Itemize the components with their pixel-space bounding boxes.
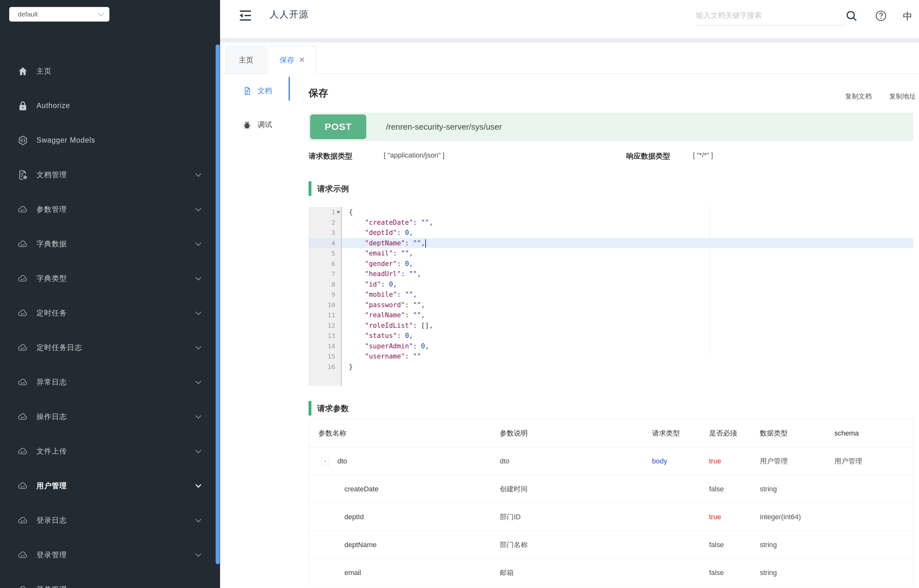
tab-strip: 主页保存✕ [220,42,919,74]
svg-text:API: API [20,312,25,315]
line-number: 14 [309,341,342,352]
chevron-down-icon [195,378,201,384]
param-request-type[interactable]: body [652,457,709,465]
help-icon[interactable] [875,10,887,22]
sidebar-item-label: 操作日志 [36,412,67,422]
gutter [309,372,342,386]
sidebar-item-label: 定时任务 [36,308,67,318]
code-text: "username": "" [342,351,913,362]
param-name: deptId [345,513,364,521]
chevron-down-icon [195,413,201,418]
chevron-down-icon [195,585,201,588]
cloud-api-icon: API [18,273,28,284]
param-required: false [709,485,760,493]
sidebar-item-login-log[interactable]: API登录日志 [0,503,220,538]
group-selector[interactable]: default [9,7,109,21]
sidebar-item-menu-manage[interactable]: API菜单管理 [0,572,220,588]
editor-line: 4 "deptName": "", [309,238,913,249]
cloud-api-icon: API [18,550,28,561]
svg-text:API: API [20,243,25,246]
cloud-api-icon: API [18,515,28,526]
doc-search [696,6,846,25]
sidebar-item-param-manage[interactable]: API参数管理 [0,192,220,227]
sidebar-item-home[interactable]: 主页 [0,54,220,89]
editor-line: 2 "createDate": "", [309,218,913,228]
sidebar-item-label: 文件上传 [36,446,67,456]
param-name-cell: deptName [309,541,500,549]
sidebar-item-dict-data[interactable]: API字典数据 [0,227,220,261]
document-icon [242,86,252,96]
doc-nav-label: 文档 [257,86,272,96]
sidebar-scrollbar[interactable] [216,44,220,564]
chevron-down-icon [195,551,201,557]
sidebar-item-user-manage[interactable]: API用户管理 [0,468,220,503]
search-input[interactable] [696,6,846,25]
param-name: createDate [345,485,379,493]
tab-home[interactable]: 主页 [226,46,266,74]
copy-links: 复制文档 复制地址 [845,92,916,101]
column-header: 数据类型 [760,428,834,438]
param-schema: 用户管理 [834,456,913,466]
sidebar-item-login-manage[interactable]: API登录管理 [0,538,220,572]
editor-line: 14 "superAdmin": 0, [309,341,913,352]
code-text: { [342,207,913,218]
sidebar-item-operation-log[interactable]: API操作日志 [0,399,220,434]
search-icon[interactable] [845,10,858,22]
lock-icon [18,100,28,111]
cloud-api-icon: API [18,239,28,249]
table-row: deptId部门IDtrueinteger(int64) [309,503,913,531]
json-code-editor[interactable]: 1{2 "createDate": "",3 "deptId": 0,4 "de… [309,204,913,386]
sidebar-item-authorize[interactable]: Authorize [0,89,220,123]
param-required: false [709,569,760,577]
editor-filler [309,372,913,386]
menu-fold-icon[interactable] [238,10,252,22]
table-row: deptName部门名称falsestring [309,531,913,559]
sidebar-item-schedule[interactable]: API定时任务 [0,296,220,330]
doc-nav-debug[interactable]: 调试 [220,108,290,142]
editor-ruler-line [710,204,710,355]
chevron-down-icon [98,10,104,16]
param-name-cell: createDate [309,485,500,493]
response-type-label: 响应数据类型 [626,151,670,161]
svg-text:API: API [20,485,25,488]
sidebar-item-schedule-log[interactable]: API定时任务日志 [0,330,220,365]
sidebar-item-dict-type[interactable]: API字典类型 [0,261,220,296]
editor-line: 11 "realName": "", [309,310,913,320]
doc-nav-document[interactable]: 文档 [220,74,290,108]
collapse-toggle[interactable]: - [321,457,330,465]
tab-save[interactable]: 保存✕ [269,46,316,74]
request-type-label: 请求数据类型 [309,151,352,161]
header-divider [220,38,919,42]
language-toggle[interactable]: 中 [901,10,914,23]
bug-icon [242,120,252,130]
fold-arrow-icon[interactable] [337,211,340,214]
copy-address-button[interactable]: 复制地址 [889,92,916,101]
sidebar-item-doc-manage[interactable]: 文档管理 [0,158,220,192]
sidebar-item-label: 文档管理 [36,170,67,180]
param-datatype: string [760,569,834,577]
code-text: "headUrl": "", [342,269,913,279]
close-icon[interactable]: ✕ [299,56,305,64]
sidebar-item-swagger-models[interactable]: Swagger Models [0,123,220,158]
table-row: email邮箱falsestring [309,559,913,587]
column-header: 参数说明 [500,428,652,438]
sidebar-item-label: 用户管理 [36,481,67,491]
svg-text:API: API [20,416,25,419]
line-number: 9 [309,289,342,300]
line-number: 3 [309,228,342,238]
sidebar-item-error-log[interactable]: API异常日志 [0,365,220,399]
editor-line: 13 "status": 0, [309,331,913,341]
copy-doc-button[interactable]: 复制文档 [845,92,872,101]
sidebar-item-file-upload[interactable]: API文件上传 [0,434,220,468]
param-description: 部门ID [500,512,652,522]
param-name: email [345,569,361,577]
chevron-down-icon [195,205,201,211]
chevron-down-icon [195,240,201,246]
top-header: 人人开源 中 [220,0,919,38]
code-area [342,372,913,386]
line-number: 2 [309,218,342,228]
cloud-api-icon: API [18,481,28,491]
sidebar-item-label: 参数管理 [36,204,67,214]
doc-nav-label: 调试 [257,120,272,130]
request-type-value: [ "application/json" ] [384,151,445,160]
